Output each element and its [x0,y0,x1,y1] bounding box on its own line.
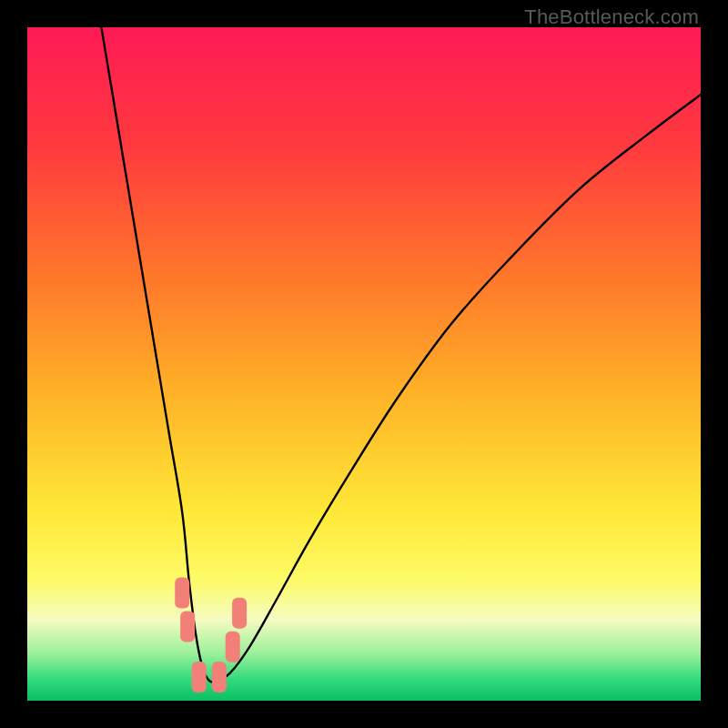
curve-layer [27,27,701,701]
watermark-text: TheBottleneck.com [524,5,699,29]
plot-area [27,27,701,701]
marker-1 [175,578,189,609]
marker-2 [180,612,195,642]
chart-frame: TheBottleneck.com [0,0,728,728]
bottleneck-curve [101,27,701,682]
marker-4 [212,662,227,693]
marker-6 [232,598,247,629]
marker-5 [226,632,240,662]
markers-group [175,578,247,693]
marker-3 [192,662,207,693]
